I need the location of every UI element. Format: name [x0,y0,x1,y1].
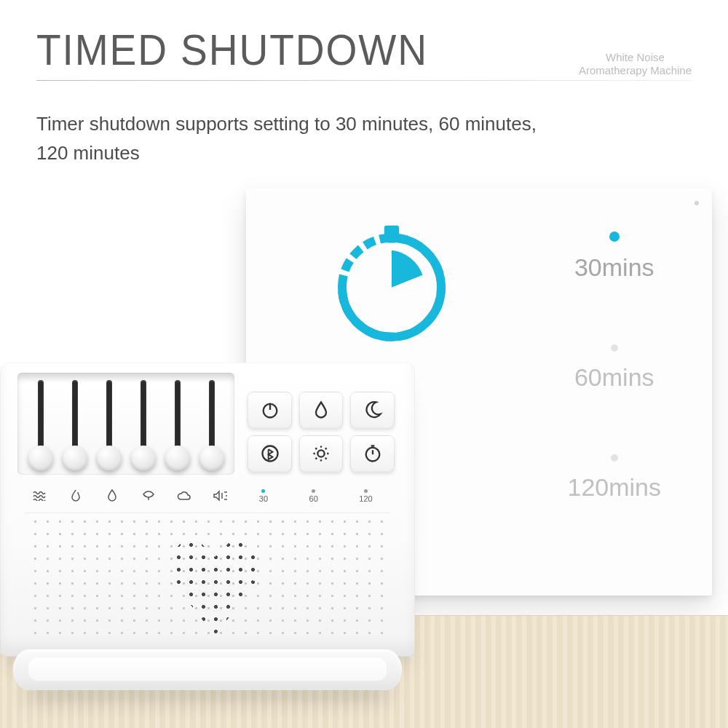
volume-icon [212,488,229,503]
page-title: TIMED SHUTDOWN [36,25,639,75]
bluetooth-button[interactable] [248,435,292,472]
wave-icon [31,488,49,503]
timer-option-60[interactable]: 60mins [574,344,654,392]
cloud-icon [175,488,193,503]
brand-line: Aromatherapy Machine [579,64,692,77]
divider [36,80,692,81]
device-controls [17,373,397,475]
indicator-dot [611,454,618,462]
speaker-grill [25,513,390,644]
indicator-dot [609,232,620,242]
mist-button[interactable] [299,392,344,428]
device-base [13,649,402,690]
indicator-row: 30 60 120 [22,485,393,507]
flame-icon [67,488,84,503]
power-button[interactable] [248,392,292,428]
timer-option-label: 30mins [574,253,654,281]
slider-bank [17,373,234,475]
keypad [245,389,397,475]
timer-options: 30mins 60mins 120mins [567,232,661,502]
slider[interactable] [26,373,55,475]
timer-indicator-60: 60 [309,489,318,503]
night-button[interactable] [350,392,395,428]
timer-option-30[interactable]: 30mins [574,232,654,282]
timer-option-label: 60mins [574,363,654,391]
svg-rect-4 [388,235,395,242]
slider[interactable] [197,373,226,475]
slider[interactable] [129,373,158,475]
timer-button[interactable] [350,435,395,472]
rain-icon [103,488,121,503]
brand-caption: White Noise Aromatherapy Machine [579,51,692,77]
device: 30 60 120 [0,363,422,690]
slider[interactable] [60,373,90,475]
slider[interactable] [95,373,124,475]
brand-line: White Noise [579,51,692,64]
timer-indicator-120: 120 [359,489,372,503]
timer-option-120[interactable]: 120mins [567,454,661,502]
description-text: Timer shutdown supports setting to 30 mi… [36,109,561,167]
timer-icon [330,221,454,344]
indicator-dot [611,344,618,352]
light-button[interactable] [299,435,344,472]
device-body: 30 60 120 [0,363,415,657]
slider[interactable] [163,373,192,475]
svg-point-8 [317,450,324,456]
heart-pattern [160,526,269,636]
timer-option-label: 120mins [567,473,661,501]
leaf-icon [140,488,157,503]
timer-indicator-30: 30 [259,489,268,503]
